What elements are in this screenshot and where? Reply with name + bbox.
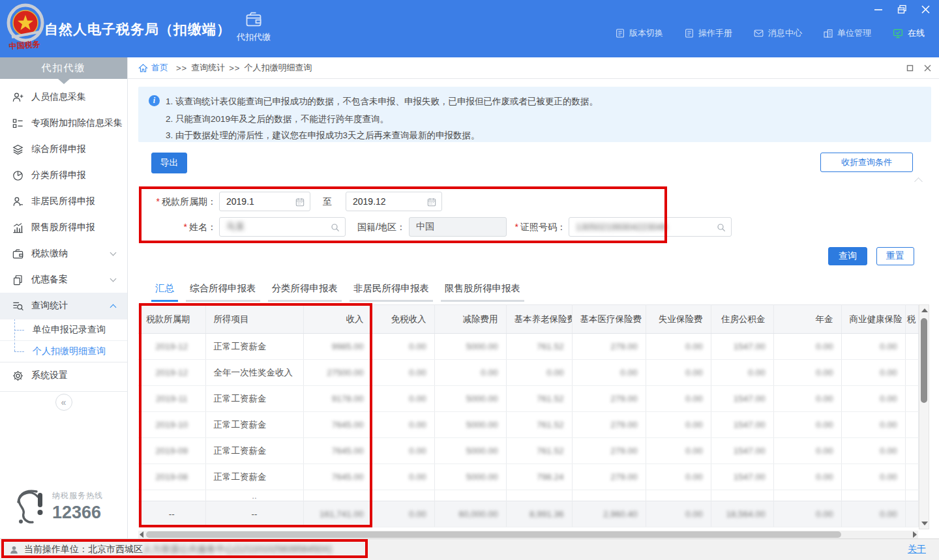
person-icon (12, 196, 24, 208)
period-label: *税款所属期： (145, 192, 216, 211)
col-annuity: 年金 (773, 305, 841, 334)
restore-tab-icon[interactable] (906, 65, 914, 72)
nationality-label: 国籍/地区： (351, 217, 406, 237)
col-unemployment: 失业保险费 (646, 305, 711, 334)
sidebar-item-tax-payment[interactable]: 税款缴纳 (0, 241, 127, 267)
table-row: 2019-12 全年一次性奖金收入 27500.00 0.00 0.00 0.0… (138, 360, 918, 386)
notice-line-2: 2. 只能查询2019年及之后的数据，不能进行跨年度查询。 (166, 113, 389, 125)
sidebar-title-notch (58, 79, 70, 84)
tab-nonresident[interactable]: 非居民所得申报表 (350, 279, 433, 302)
sidebar-item-nonresident-income[interactable]: 非居民所得申报 (0, 188, 127, 214)
col-income-item: 所得项目 (205, 305, 303, 334)
bar-chart-icon (12, 222, 24, 234)
notice-line-3: 3. 由于数据处理的滞后性，建议您在申报成功3天之后再来查询最新的申报数据。 (166, 130, 480, 141)
layers-icon (12, 143, 24, 156)
menu-online-status[interactable]: 在线 (892, 27, 925, 39)
id-number-input[interactable]: 130502199304223046 (569, 217, 732, 237)
sidebar-submenu: 单位申报记录查询 个人扣缴明细查询 (0, 319, 127, 362)
hotline-logo-icon (10, 488, 47, 525)
sidebar-item-comprehensive-income[interactable]: 综合所得申报 (0, 136, 127, 162)
sidebar-item-special-deduction[interactable]: 专项附加扣除信息采集 (0, 110, 127, 136)
tab-summary[interactable]: 汇总 (151, 279, 178, 302)
close-icon[interactable] (918, 3, 932, 15)
pie-chart-icon (12, 169, 24, 182)
col-medical: 基本医疗保险费 (572, 305, 646, 334)
vertical-scrollbar-thumb[interactable] (921, 318, 927, 403)
sidebar-item-system-settings[interactable]: 系统设置 (0, 362, 127, 389)
name-value-blurred: 马某 (226, 221, 245, 233)
calendar-icon[interactable] (295, 197, 305, 207)
chevron-down-icon (110, 250, 117, 256)
period-from-input[interactable]: 2019.1 (219, 192, 310, 211)
close-tab-icon[interactable] (924, 65, 931, 72)
menu-org-management[interactable]: 单位管理 (823, 27, 871, 39)
horizontal-scrollbar[interactable] (138, 531, 918, 538)
home-icon[interactable] (138, 63, 148, 73)
breadcrumb: 首页 >> 查询统计 >> 个人扣缴明细查询 (128, 57, 939, 79)
period-to-input[interactable]: 2019.12 (346, 192, 442, 211)
query-button[interactable]: 查询 (828, 247, 867, 265)
info-icon: i (149, 95, 160, 106)
menu-version-switch[interactable]: 版本切换 (615, 27, 663, 39)
user-icon (9, 545, 19, 555)
sidebar-item-classified-income[interactable]: 分类所得申报 (0, 162, 127, 188)
sidebar-item-preference-filing[interactable]: 优惠备案 (0, 267, 127, 293)
sidebar: 代扣代缴 人员信息采集 专项附加扣除信息采集 综合所得申报 分类所得申报 (0, 57, 128, 538)
search-icon[interactable] (716, 222, 726, 233)
copy-icon (12, 274, 24, 286)
export-button[interactable]: 导出 (151, 153, 187, 173)
nationality-input: 中国 (409, 217, 507, 237)
scroll-down-icon[interactable] (921, 522, 928, 525)
name-label: *姓名： (164, 217, 216, 237)
about-link[interactable]: 关于 (908, 544, 926, 555)
breadcrumb-level1: 查询统计 (191, 62, 225, 74)
calendar-icon[interactable] (426, 197, 437, 207)
col-deduction: 减除费用 (434, 305, 506, 334)
result-tabs: 汇总 综合所得申报表 分类所得申报表 非居民所得申报表 限售股所得申报表 (151, 279, 524, 302)
to-label: 至 (321, 192, 334, 211)
operator-masked-blurred: 人力资源公共服务中心(12110102583958450X) (143, 544, 332, 554)
id-number-label: *证照号码： (511, 217, 566, 237)
id-value-blurred: 130502199304223046 (576, 222, 667, 232)
horizontal-scrollbar-thumb[interactable] (146, 531, 841, 538)
vertical-scrollbar[interactable] (919, 304, 929, 529)
col-housing-fund: 住房公积金 (711, 305, 773, 334)
restore-icon[interactable] (895, 3, 909, 15)
scroll-up-icon[interactable] (921, 308, 928, 312)
tab-comprehensive[interactable]: 综合所得申报表 (186, 279, 260, 302)
sidebar-item-personnel-info[interactable]: 人员信息采集 (0, 84, 127, 110)
col-health-insurance: 商业健康保险 (841, 305, 905, 334)
breadcrumb-home-link[interactable]: 首页 (151, 62, 168, 74)
building-icon (823, 28, 833, 38)
scroll-right-icon[interactable] (913, 531, 917, 538)
table-row: 2019-10 正常工资薪金 7645.00 0.00 5000.00 761.… (138, 412, 918, 438)
sidebar-collapse-button[interactable]: « (55, 394, 72, 411)
search-icon[interactable] (330, 222, 340, 233)
status-bar: 当前操作单位：北京市西城区人力资源公共服务中心(1211010258395845… (0, 538, 939, 560)
menu-operation-manual[interactable]: 操作手册 (684, 27, 732, 39)
header-nav-withholding[interactable]: 代扣代缴 (226, 10, 282, 43)
withholding-detail-table: 税款所属期 所得项目 收入 免税收入 减除费用 基本养老保险费 基本医疗保险费 … (138, 304, 919, 527)
sidebar-item-restricted-shares[interactable]: 限售股所得申报 (0, 214, 127, 241)
table-total-row: -- -- 161,741.00 0.00 60,000.00 8,991.36… (138, 501, 918, 527)
minimize-icon[interactable] (871, 3, 886, 15)
chevron-down-icon (110, 276, 117, 282)
sidebar-subitem-unit-declaration-query[interactable]: 单位申报记录查询 (0, 319, 127, 340)
breadcrumb-level2: 个人扣缴明细查询 (244, 62, 312, 74)
reset-button[interactable]: 重置 (876, 247, 914, 265)
menu-message-center[interactable]: 消息中心 (753, 27, 802, 39)
name-input[interactable]: 马某 (219, 217, 346, 237)
notice-panel: i 1. 该查询统计表仅能查询已申报成功的数据，不包含未申报、申报失败，已申报但… (138, 87, 931, 142)
scroll-left-icon[interactable] (140, 531, 143, 538)
sidebar-item-query-statistics[interactable]: 查询统计 (0, 293, 127, 319)
collapse-filter-button[interactable]: 收折查询条件 (820, 153, 913, 172)
operator-unit-text: 当前操作单位：北京市西城区人力资源公共服务中心(1211010258395845… (24, 544, 332, 555)
col-pension: 基本养老保险费 (506, 305, 572, 334)
tab-classified[interactable]: 分类所得申报表 (268, 279, 342, 302)
sidebar-title: 代扣代缴 (0, 57, 127, 79)
col-taxfree-income: 免税收入 (372, 305, 434, 334)
wallet-icon (12, 248, 24, 260)
tab-restricted-shares[interactable]: 限售股所得申报表 (441, 279, 524, 302)
table-row: 2019-12 正常工资薪金 9985.00 0.00 5000.00 761.… (138, 334, 918, 360)
sidebar-subitem-personal-withholding-query[interactable]: 个人扣缴明细查询 (0, 340, 127, 362)
